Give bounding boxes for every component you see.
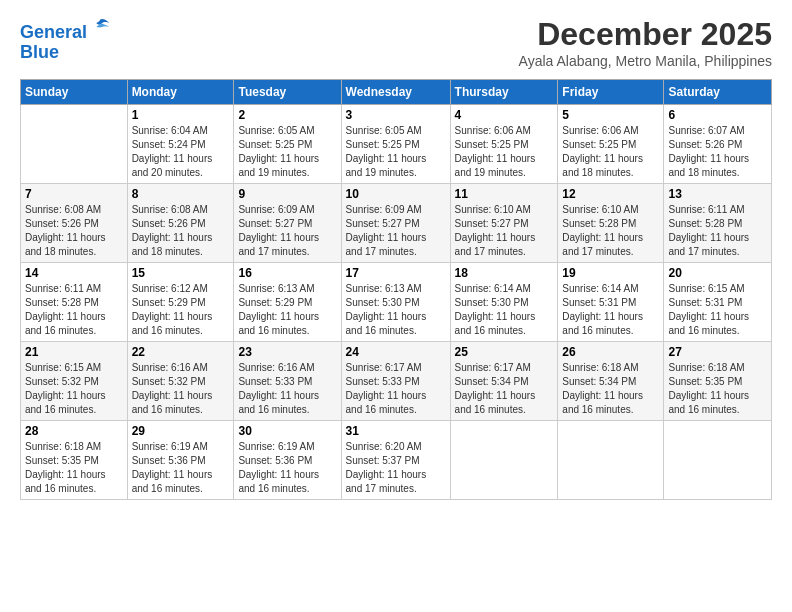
day-number: 12 bbox=[562, 187, 659, 201]
day-number: 11 bbox=[455, 187, 554, 201]
day-cell bbox=[664, 421, 772, 500]
day-cell: 20Sunrise: 6:15 AMSunset: 5:31 PMDayligh… bbox=[664, 263, 772, 342]
day-number: 7 bbox=[25, 187, 123, 201]
day-info: Sunrise: 6:09 AMSunset: 5:27 PMDaylight:… bbox=[346, 203, 446, 259]
day-cell: 29Sunrise: 6:19 AMSunset: 5:36 PMDayligh… bbox=[127, 421, 234, 500]
day-cell: 1Sunrise: 6:04 AMSunset: 5:24 PMDaylight… bbox=[127, 105, 234, 184]
day-info: Sunrise: 6:15 AMSunset: 5:32 PMDaylight:… bbox=[25, 361, 123, 417]
day-number: 6 bbox=[668, 108, 767, 122]
day-number: 9 bbox=[238, 187, 336, 201]
day-cell: 27Sunrise: 6:18 AMSunset: 5:35 PMDayligh… bbox=[664, 342, 772, 421]
day-info: Sunrise: 6:07 AMSunset: 5:26 PMDaylight:… bbox=[668, 124, 767, 180]
day-number: 23 bbox=[238, 345, 336, 359]
day-number: 24 bbox=[346, 345, 446, 359]
day-header-saturday: Saturday bbox=[664, 80, 772, 105]
day-header-wednesday: Wednesday bbox=[341, 80, 450, 105]
day-cell: 10Sunrise: 6:09 AMSunset: 5:27 PMDayligh… bbox=[341, 184, 450, 263]
day-cell: 12Sunrise: 6:10 AMSunset: 5:28 PMDayligh… bbox=[558, 184, 664, 263]
day-cell bbox=[558, 421, 664, 500]
day-number: 21 bbox=[25, 345, 123, 359]
day-number: 14 bbox=[25, 266, 123, 280]
day-header-sunday: Sunday bbox=[21, 80, 128, 105]
day-cell: 26Sunrise: 6:18 AMSunset: 5:34 PMDayligh… bbox=[558, 342, 664, 421]
day-info: Sunrise: 6:08 AMSunset: 5:26 PMDaylight:… bbox=[25, 203, 123, 259]
day-info: Sunrise: 6:12 AMSunset: 5:29 PMDaylight:… bbox=[132, 282, 230, 338]
day-cell: 25Sunrise: 6:17 AMSunset: 5:34 PMDayligh… bbox=[450, 342, 558, 421]
day-number: 16 bbox=[238, 266, 336, 280]
day-cell: 6Sunrise: 6:07 AMSunset: 5:26 PMDaylight… bbox=[664, 105, 772, 184]
day-number: 17 bbox=[346, 266, 446, 280]
location: Ayala Alabang, Metro Manila, Philippines bbox=[519, 53, 772, 69]
week-row-5: 28Sunrise: 6:18 AMSunset: 5:35 PMDayligh… bbox=[21, 421, 772, 500]
day-cell: 23Sunrise: 6:16 AMSunset: 5:33 PMDayligh… bbox=[234, 342, 341, 421]
day-info: Sunrise: 6:05 AMSunset: 5:25 PMDaylight:… bbox=[238, 124, 336, 180]
day-info: Sunrise: 6:06 AMSunset: 5:25 PMDaylight:… bbox=[562, 124, 659, 180]
day-number: 18 bbox=[455, 266, 554, 280]
day-number: 25 bbox=[455, 345, 554, 359]
day-cell: 15Sunrise: 6:12 AMSunset: 5:29 PMDayligh… bbox=[127, 263, 234, 342]
day-header-tuesday: Tuesday bbox=[234, 80, 341, 105]
title-block: December 2025 Ayala Alabang, Metro Manil… bbox=[519, 16, 772, 69]
day-info: Sunrise: 6:17 AMSunset: 5:34 PMDaylight:… bbox=[455, 361, 554, 417]
day-info: Sunrise: 6:05 AMSunset: 5:25 PMDaylight:… bbox=[346, 124, 446, 180]
logo-general: General bbox=[20, 22, 87, 42]
day-info: Sunrise: 6:18 AMSunset: 5:34 PMDaylight:… bbox=[562, 361, 659, 417]
day-number: 3 bbox=[346, 108, 446, 122]
day-cell: 16Sunrise: 6:13 AMSunset: 5:29 PMDayligh… bbox=[234, 263, 341, 342]
day-cell: 13Sunrise: 6:11 AMSunset: 5:28 PMDayligh… bbox=[664, 184, 772, 263]
logo-text: General bbox=[20, 16, 111, 43]
day-number: 31 bbox=[346, 424, 446, 438]
day-info: Sunrise: 6:11 AMSunset: 5:28 PMDaylight:… bbox=[668, 203, 767, 259]
day-cell bbox=[450, 421, 558, 500]
day-cell: 5Sunrise: 6:06 AMSunset: 5:25 PMDaylight… bbox=[558, 105, 664, 184]
day-cell: 30Sunrise: 6:19 AMSunset: 5:36 PMDayligh… bbox=[234, 421, 341, 500]
day-info: Sunrise: 6:16 AMSunset: 5:32 PMDaylight:… bbox=[132, 361, 230, 417]
day-number: 28 bbox=[25, 424, 123, 438]
day-cell: 24Sunrise: 6:17 AMSunset: 5:33 PMDayligh… bbox=[341, 342, 450, 421]
day-number: 20 bbox=[668, 266, 767, 280]
day-info: Sunrise: 6:14 AMSunset: 5:31 PMDaylight:… bbox=[562, 282, 659, 338]
day-info: Sunrise: 6:18 AMSunset: 5:35 PMDaylight:… bbox=[25, 440, 123, 496]
day-info: Sunrise: 6:19 AMSunset: 5:36 PMDaylight:… bbox=[132, 440, 230, 496]
logo-blue: Blue bbox=[20, 43, 111, 63]
week-row-3: 14Sunrise: 6:11 AMSunset: 5:28 PMDayligh… bbox=[21, 263, 772, 342]
calendar-table: SundayMondayTuesdayWednesdayThursdayFrid… bbox=[20, 79, 772, 500]
day-number: 26 bbox=[562, 345, 659, 359]
day-number: 13 bbox=[668, 187, 767, 201]
day-info: Sunrise: 6:15 AMSunset: 5:31 PMDaylight:… bbox=[668, 282, 767, 338]
day-info: Sunrise: 6:20 AMSunset: 5:37 PMDaylight:… bbox=[346, 440, 446, 496]
day-info: Sunrise: 6:04 AMSunset: 5:24 PMDaylight:… bbox=[132, 124, 230, 180]
day-info: Sunrise: 6:19 AMSunset: 5:36 PMDaylight:… bbox=[238, 440, 336, 496]
day-info: Sunrise: 6:10 AMSunset: 5:27 PMDaylight:… bbox=[455, 203, 554, 259]
month-title: December 2025 bbox=[519, 16, 772, 53]
day-number: 5 bbox=[562, 108, 659, 122]
day-info: Sunrise: 6:13 AMSunset: 5:30 PMDaylight:… bbox=[346, 282, 446, 338]
day-cell: 8Sunrise: 6:08 AMSunset: 5:26 PMDaylight… bbox=[127, 184, 234, 263]
day-cell: 14Sunrise: 6:11 AMSunset: 5:28 PMDayligh… bbox=[21, 263, 128, 342]
week-row-1: 1Sunrise: 6:04 AMSunset: 5:24 PMDaylight… bbox=[21, 105, 772, 184]
day-number: 2 bbox=[238, 108, 336, 122]
day-header-thursday: Thursday bbox=[450, 80, 558, 105]
day-cell: 4Sunrise: 6:06 AMSunset: 5:25 PMDaylight… bbox=[450, 105, 558, 184]
day-cell: 28Sunrise: 6:18 AMSunset: 5:35 PMDayligh… bbox=[21, 421, 128, 500]
day-number: 8 bbox=[132, 187, 230, 201]
day-cell bbox=[21, 105, 128, 184]
day-info: Sunrise: 6:10 AMSunset: 5:28 PMDaylight:… bbox=[562, 203, 659, 259]
day-cell: 22Sunrise: 6:16 AMSunset: 5:32 PMDayligh… bbox=[127, 342, 234, 421]
day-info: Sunrise: 6:11 AMSunset: 5:28 PMDaylight:… bbox=[25, 282, 123, 338]
week-row-4: 21Sunrise: 6:15 AMSunset: 5:32 PMDayligh… bbox=[21, 342, 772, 421]
day-cell: 7Sunrise: 6:08 AMSunset: 5:26 PMDaylight… bbox=[21, 184, 128, 263]
week-row-2: 7Sunrise: 6:08 AMSunset: 5:26 PMDaylight… bbox=[21, 184, 772, 263]
page: General Blue December 2025 Ayala Alabang… bbox=[0, 0, 792, 612]
header: General Blue December 2025 Ayala Alabang… bbox=[20, 16, 772, 69]
day-header-monday: Monday bbox=[127, 80, 234, 105]
day-cell: 2Sunrise: 6:05 AMSunset: 5:25 PMDaylight… bbox=[234, 105, 341, 184]
day-cell: 18Sunrise: 6:14 AMSunset: 5:30 PMDayligh… bbox=[450, 263, 558, 342]
day-number: 4 bbox=[455, 108, 554, 122]
day-cell: 17Sunrise: 6:13 AMSunset: 5:30 PMDayligh… bbox=[341, 263, 450, 342]
day-cell: 31Sunrise: 6:20 AMSunset: 5:37 PMDayligh… bbox=[341, 421, 450, 500]
day-cell: 9Sunrise: 6:09 AMSunset: 5:27 PMDaylight… bbox=[234, 184, 341, 263]
day-number: 10 bbox=[346, 187, 446, 201]
header-row: SundayMondayTuesdayWednesdayThursdayFrid… bbox=[21, 80, 772, 105]
day-number: 30 bbox=[238, 424, 336, 438]
